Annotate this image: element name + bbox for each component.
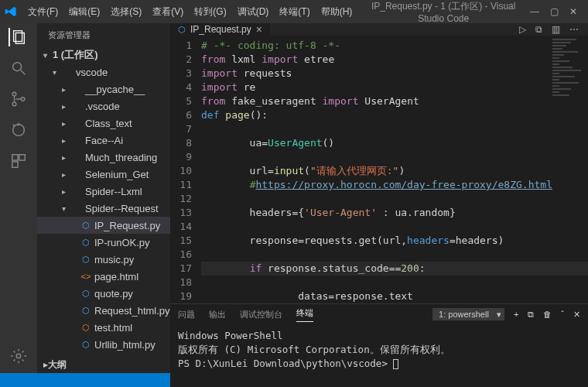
close-panel-button[interactable]: ✕ [573, 310, 580, 320]
tab-title: IP_Request.py [190, 24, 251, 35]
menu-item[interactable]: 终端(T) [275, 3, 314, 21]
file-item[interactable]: ⬡IP_Request.py [37, 217, 170, 234]
file-item[interactable]: ⬡music.py [37, 251, 170, 268]
folder-item[interactable]: ▾Spider--Request [37, 200, 170, 217]
extensions-icon[interactable] [9, 152, 28, 170]
close-window-button[interactable]: ✕ [569, 6, 577, 17]
file-item[interactable]: ⬡test.html [37, 319, 170, 336]
menu-bar: 文件(F)编辑(E)选择(S)查看(V)转到(G)调试(D)终端(T)帮助(H) [23, 3, 357, 21]
line-numbers: 12345678910111213141516171819 [170, 39, 201, 303]
folder-item[interactable]: ▸Face--Ai [37, 132, 170, 149]
search-icon[interactable] [9, 59, 28, 77]
explorer-title: 资源管理器 [37, 23, 170, 46]
editor-tab[interactable]: ⬡ IP_Request.py × [170, 23, 271, 36]
minimap[interactable] [552, 39, 586, 132]
title-bar: 文件(F)编辑(E)选择(S)查看(V)转到(G)调试(D)终端(T)帮助(H)… [0, 0, 588, 23]
settings-gear-icon[interactable] [9, 347, 28, 365]
workspace-root[interactable]: ▾1 (工作区) [37, 46, 170, 63]
menu-item[interactable]: 查看(V) [148, 3, 188, 21]
file-tree: ▾1 (工作区) ▾vscode▸__pycache__▸.vscode▸Cla… [37, 46, 170, 356]
svg-point-5 [12, 102, 16, 106]
split-editor-button[interactable]: ⧉ [535, 24, 542, 35]
folder-item[interactable]: ▸Much_threading [37, 149, 170, 166]
svg-rect-12 [12, 162, 18, 167]
menu-item[interactable]: 选择(S) [106, 3, 146, 21]
activity-bar [0, 23, 37, 373]
close-tab-button[interactable]: × [256, 23, 262, 36]
menu-item[interactable]: 调试(D) [233, 3, 274, 21]
panel-tabs: 问题输出调试控制台终端1: powershell▾+⧉🗑ˆ✕ [170, 304, 588, 324]
explorer-icon[interactable] [9, 28, 27, 46]
file-item[interactable]: ⬡IP-runOK.py [37, 234, 170, 251]
folder-item[interactable]: ▾vscode [37, 63, 170, 80]
folder-item[interactable]: ▸__pycache__ [37, 80, 170, 98]
editor-area: ⬡ IP_Request.py × ▷ ⧉ ▥ ⋯ 12345678910111… [170, 23, 588, 373]
editor-actions: ▷ ⧉ ▥ ⋯ [519, 23, 588, 36]
split-terminal-button[interactable]: ⧉ [528, 310, 534, 320]
menu-item[interactable]: 文件(F) [23, 3, 63, 21]
panel-tab[interactable]: 调试控制台 [240, 309, 282, 320]
file-item[interactable]: ⬡Request_html.py [37, 302, 170, 319]
panel-tab[interactable]: 问题 [178, 309, 195, 320]
window-controls: — ▢ ✕ [530, 6, 583, 17]
debug-icon[interactable] [9, 121, 28, 139]
svg-point-4 [12, 92, 16, 96]
svg-rect-1 [15, 33, 24, 44]
svg-line-3 [21, 70, 26, 75]
file-item[interactable]: <>page.html [37, 268, 170, 285]
folder-item[interactable]: ▸Selenium_Get [37, 166, 170, 183]
terminal[interactable]: Windows PowerShell版权所有 (C) Microsoft Cor… [170, 324, 588, 387]
panel-tab[interactable]: 输出 [209, 309, 226, 320]
run-button[interactable]: ▷ [519, 24, 526, 35]
vscode-icon [5, 5, 17, 18]
terminal-selector[interactable]: 1: powershell▾ [432, 308, 504, 320]
kill-terminal-button[interactable]: 🗑 [543, 310, 552, 319]
window-title: IP_Request.py - 1 (工作区) - Visual Studio … [357, 0, 530, 24]
panel-tab[interactable]: 终端 [296, 307, 313, 322]
minimize-button[interactable]: — [530, 6, 539, 17]
folder-item[interactable]: ▸Class_text [37, 115, 170, 132]
explorer-sidebar: 资源管理器 ▾1 (工作区) ▾vscode▸__pycache__▸.vsco… [37, 23, 170, 373]
code-editor[interactable]: 12345678910111213141516171819 # -*- codi… [170, 36, 588, 303]
svg-point-6 [21, 98, 25, 101]
menu-item[interactable]: 编辑(E) [64, 3, 104, 21]
svg-rect-11 [19, 155, 25, 160]
bottom-panel: 问题输出调试控制台终端1: powershell▾+⧉🗑ˆ✕ Windows P… [170, 303, 588, 387]
svg-rect-0 [14, 31, 22, 42]
svg-point-13 [16, 354, 21, 358]
menu-item[interactable]: 帮助(H) [316, 3, 357, 21]
editor-tabs: ⬡ IP_Request.py × ▷ ⧉ ▥ ⋯ [170, 23, 588, 36]
source-control-icon[interactable] [9, 90, 28, 108]
python-file-icon: ⬡ [178, 25, 186, 35]
svg-line-9 [13, 125, 15, 127]
maximize-panel-button[interactable]: ˆ [561, 310, 564, 319]
file-item[interactable]: ⬡quote.py [37, 285, 170, 302]
folder-item[interactable]: ▸Spider--Lxml [37, 183, 170, 200]
code-lines[interactable]: # -*- coding: utf-8 -*-from lxml import … [201, 39, 588, 303]
menu-item[interactable]: 转到(G) [190, 3, 231, 21]
layout-button[interactable]: ▥ [552, 24, 560, 35]
svg-rect-10 [12, 155, 18, 160]
folder-item[interactable]: ▸.vscode [37, 98, 170, 115]
more-actions-button[interactable]: ⋯ [569, 24, 579, 35]
svg-point-2 [13, 63, 22, 71]
file-item[interactable]: ⬡Urllib_html.py [37, 336, 170, 353]
new-terminal-button[interactable]: + [514, 310, 518, 319]
maximize-button[interactable]: ▢ [550, 6, 559, 17]
outline-section[interactable]: ▸大纲 [37, 356, 170, 373]
